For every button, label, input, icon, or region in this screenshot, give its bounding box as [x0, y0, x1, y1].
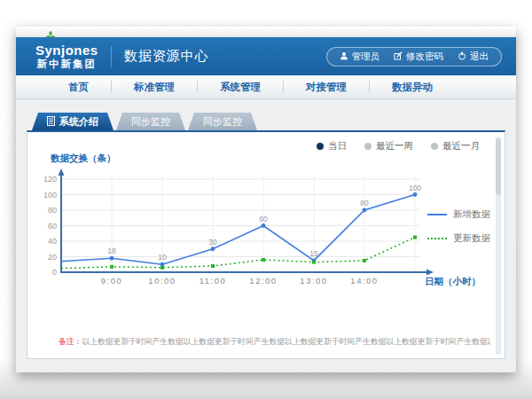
filter-label: 最近一月 — [442, 140, 480, 153]
y-tick-label: 60 — [48, 222, 57, 231]
data-point-marker — [262, 258, 265, 262]
tab-label: 同步监控 — [131, 115, 170, 129]
panel-scrollbar[interactable] — [496, 137, 501, 355]
current-user-button[interactable]: 管理员 — [340, 51, 380, 63]
logout-button[interactable]: 退出 — [458, 51, 489, 63]
time-filter-group: 当日最近一周最近一月 — [317, 140, 480, 153]
app-window: Synjones 新中新集团 数据资源中心 管理员修改密码退出 首页标准管理系统… — [16, 27, 516, 372]
user-item-label: 修改密码 — [406, 51, 443, 63]
tab-bar: 系统介绍同步监控同步监控 — [32, 113, 505, 130]
filter-label: 当日 — [328, 140, 347, 153]
legend-line-solid — [427, 214, 447, 215]
user-item-label: 管理员 — [352, 51, 380, 63]
data-point-marker — [363, 208, 367, 213]
radio-dot-icon — [431, 143, 438, 150]
y-tick-label: 0 — [52, 268, 57, 277]
data-point-label: 100 — [409, 184, 421, 192]
x-tick-label: 12:00 — [249, 276, 277, 286]
document-icon — [47, 116, 55, 128]
header-divider — [111, 46, 112, 67]
app-header: Synjones 新中新集团 数据资源中心 管理员修改密码退出 — [16, 37, 516, 75]
x-tick-label: 14:00 — [350, 276, 378, 286]
x-tick-label: 11:00 — [200, 276, 227, 286]
page-title: 数据资源中心 — [124, 48, 209, 65]
x-axis-title: 日期（小时） — [425, 276, 481, 287]
main-nav: 首页标准管理系统管理对接管理数据异动 — [16, 75, 516, 99]
filter-label: 最近一周 — [376, 140, 413, 153]
tab-sync-monitor-2[interactable]: 同步监控 — [188, 113, 257, 130]
radio-dot-icon — [364, 143, 372, 150]
data-point-marker — [110, 265, 113, 269]
nav-item[interactable]: 数据异动 — [369, 81, 455, 93]
footer-note-label: 备注： — [59, 337, 82, 346]
y-tick-label: 100 — [43, 191, 57, 200]
radio-last-week[interactable]: 最近一周 — [364, 140, 413, 153]
data-point-label: 10 — [158, 253, 167, 262]
power-icon — [458, 51, 466, 62]
legend-item-new-data: 新增数据 — [427, 208, 490, 221]
radio-last-month[interactable]: 最近一月 — [431, 140, 480, 153]
data-point-marker — [413, 192, 418, 197]
content-area: 系统介绍同步监控同步监控 当日最近一周最近一月 数据交换（条） 02040608… — [16, 99, 516, 359]
chart-legend: 新增数据 更新数据 — [427, 208, 490, 245]
x-tick-label: 10:00 — [148, 276, 176, 286]
data-point-marker — [110, 256, 114, 261]
data-point-marker — [312, 261, 316, 264]
footer-note: 备注：以上数据更新于时间产生数据以上数据更新于时间产生数据以上数据更新于时间产生… — [59, 337, 490, 348]
tab-sync-monitor-1[interactable]: 同步监控 — [116, 113, 185, 130]
nav-item[interactable]: 系统管理 — [197, 81, 283, 93]
data-point-marker — [363, 259, 366, 262]
data-point-marker — [211, 264, 215, 268]
window-top-strip — [16, 27, 516, 37]
user-menu: 管理员修改密码退出 — [326, 47, 503, 66]
y-tick-label: 120 — [43, 175, 57, 184]
chart-panel: 当日最近一周最近一月 数据交换（条） 0204060801001209:0010… — [27, 130, 505, 359]
panel-scrollbar-thumb[interactable] — [496, 138, 501, 195]
data-point-label: 15 — [309, 249, 318, 258]
tab-label: 系统介绍 — [59, 115, 98, 129]
data-point-marker — [413, 236, 417, 239]
data-point-marker — [262, 223, 266, 228]
radio-dot-icon — [317, 143, 324, 150]
y-tick-label: 80 — [48, 206, 57, 215]
legend-label: 新增数据 — [453, 208, 490, 221]
tab-system-intro[interactable]: 系统介绍 — [32, 113, 113, 130]
brand-logo-subtext: 新中新集团 — [35, 59, 98, 70]
change-password-button[interactable]: 修改密码 — [394, 51, 443, 63]
data-point-label: 80 — [360, 199, 369, 207]
y-axis-title: 数据交换（条） — [51, 153, 116, 165]
x-tick-label: 13:00 — [300, 276, 327, 286]
edit-icon — [394, 51, 403, 62]
nav-item[interactable]: 对接管理 — [283, 81, 369, 93]
legend-item-update-data: 更新数据 — [427, 232, 490, 245]
x-axis-arrow-icon — [426, 270, 434, 276]
y-tick-label: 40 — [48, 237, 57, 246]
brand-logo: Synjones 新中新集团 — [35, 43, 98, 69]
nav-item[interactable]: 首页 — [46, 81, 111, 93]
y-axis-arrow-icon — [59, 168, 65, 176]
data-point-marker — [160, 266, 164, 270]
nav-item[interactable]: 标准管理 — [111, 81, 197, 93]
brand-logo-text: Synjones — [35, 43, 98, 58]
data-point-label: 18 — [107, 246, 116, 255]
y-tick-label: 20 — [48, 253, 57, 262]
data-point-marker — [211, 246, 215, 251]
footer-note-text: 以上数据更新于时间产生数据以上数据更新于时间产生数据以上数据更新于时间产生数据以… — [82, 337, 490, 346]
legend-line-dotted — [427, 238, 447, 239]
legend-label: 更新数据 — [453, 232, 490, 245]
data-point-label: 30 — [208, 238, 217, 246]
user-item-label: 退出 — [470, 51, 489, 63]
tab-label: 同步监控 — [203, 115, 242, 129]
radio-today[interactable]: 当日 — [317, 140, 347, 153]
user-icon — [340, 51, 348, 62]
data-point-label: 60 — [259, 215, 268, 223]
x-tick-label: 9:00 — [101, 276, 123, 286]
